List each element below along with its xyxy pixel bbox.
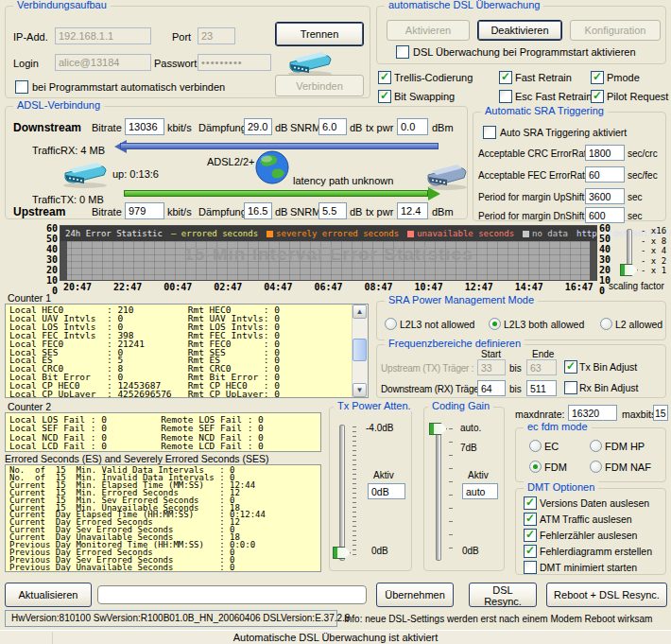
y-tick: 20	[46, 265, 58, 275]
coding-gain-slider-track[interactable]	[436, 425, 441, 561]
crc-rate-unit: sec/crc	[628, 148, 658, 159]
ec-radio[interactable]	[529, 440, 542, 452]
upshift-field[interactable]	[585, 188, 625, 204]
coding-gain-slider-thumb[interactable]	[429, 423, 447, 435]
startup-monitoring-label: DSL Überwachung bei Programmstart aktivi…	[413, 46, 636, 58]
trellis-label: Trellis-Codierung	[394, 72, 473, 83]
y-axis-left: 60 50 40 30 20 10 0	[38, 223, 58, 282]
scrollbar-thumb[interactable]	[353, 339, 367, 361]
fast-retrain-checkbox[interactable]	[499, 71, 512, 84]
y-tick: 10	[46, 275, 58, 286]
us-att-unit: dB	[275, 206, 287, 218]
x-tick: 22:47	[113, 282, 142, 292]
password-field[interactable]	[198, 54, 271, 71]
downstream-traeger-label: Downstream (RX) Träger :	[381, 384, 487, 394]
severe-swatch	[267, 231, 273, 237]
upstream-start-field[interactable]	[477, 359, 506, 375]
auto-sra-checkbox[interactable]	[483, 126, 496, 139]
dnshift-field[interactable]	[585, 207, 625, 223]
frequency-group: Frequenzbereiche definieren Start Ende U…	[376, 344, 666, 398]
fehlerzaehler-checkbox[interactable]	[524, 529, 537, 542]
crc-rate-field[interactable]	[585, 145, 625, 161]
atm-traffic-checkbox[interactable]	[524, 513, 537, 526]
rx-bin-adjust-checkbox[interactable]	[564, 381, 577, 394]
scale-label: - x 8	[641, 236, 666, 246]
pmode-checkbox[interactable]	[591, 71, 604, 84]
dsl-resync-button[interactable]: DSL Resync.	[469, 583, 537, 607]
fehlerdiagramm-checkbox[interactable]	[524, 545, 537, 558]
scroll-up-button[interactable]: ▲	[353, 305, 367, 319]
es-ses-label: Errored Seconds (ES) and Severely Errore…	[5, 453, 269, 464]
us-bitrate-field[interactable]	[125, 202, 164, 219]
scroll-down-button[interactable]: ▼	[353, 383, 367, 397]
apply-button[interactable]: Übernehmen	[376, 583, 454, 607]
ds-att-field[interactable]	[244, 118, 272, 135]
bit-swapping-label: Bit Swapping	[394, 91, 455, 102]
status-bar: Automatische DSL Überwachung ist aktivie…	[0, 630, 671, 644]
tx-atten-aktiv-field[interactable]	[368, 483, 405, 499]
l2-allowed-radio[interactable]	[600, 318, 612, 330]
login-label: Login	[13, 58, 39, 69]
fdm-radio[interactable]	[529, 461, 542, 473]
counter1-scrollbar[interactable]: ▲ ▼	[352, 305, 368, 397]
tx-atten-slider-track[interactable]	[339, 425, 345, 561]
l2l3-both-allowed-radio[interactable]	[489, 318, 501, 330]
ip-address-field[interactable]	[55, 27, 151, 44]
refresh-button[interactable]: Aktualisieren	[5, 583, 92, 607]
fdm-hp-label: FDM HP	[605, 441, 645, 452]
versions-checkbox[interactable]	[524, 496, 537, 510]
maxbits-field[interactable]	[653, 405, 668, 421]
us-att-field[interactable]	[244, 202, 272, 219]
scale-label: - x 1	[641, 266, 666, 275]
reboot-resync-button[interactable]: Reboot + DSL Resync.	[546, 583, 667, 607]
fdm-hp-radio[interactable]	[590, 440, 602, 452]
bis-label-up: bis	[509, 363, 522, 374]
minimiert-checkbox[interactable]	[524, 561, 537, 574]
upstream-arrow-head	[428, 187, 447, 200]
l2l3-not-allowed-radio[interactable]	[385, 318, 397, 330]
us-snrm-field[interactable]	[318, 202, 347, 219]
fec-rate-field[interactable]	[585, 166, 625, 183]
downstream-label: Downstream	[13, 121, 81, 134]
deactivate-button[interactable]: Deaktivieren	[477, 20, 562, 41]
trellis-checkbox[interactable]	[378, 71, 391, 84]
reboot-info-text: Info: neue DSL-Settings werden erst nach…	[344, 614, 652, 624]
startup-monitoring-checkbox[interactable]	[396, 45, 409, 59]
ds-snrm-field[interactable]	[318, 118, 347, 135]
ds-txpwr-label: tx pwr	[366, 122, 393, 133]
downstream-start-field[interactable]	[477, 380, 506, 396]
y-tick: 60	[46, 223, 58, 234]
downstream-end-field[interactable]	[526, 380, 557, 396]
frequency-group-title: Frequenzbereiche definieren	[385, 338, 525, 349]
esc-fast-retrain-checkbox[interactable]	[499, 90, 512, 103]
legend-errored: — errored seconds	[171, 229, 258, 238]
us-txpwr-field[interactable]	[397, 202, 428, 219]
upstream-label: Upstream	[13, 205, 65, 218]
adsl-group-title: ADSL-Verbindung	[13, 99, 104, 111]
maxdnrate-field[interactable]	[568, 405, 617, 421]
connect-button[interactable]: Verbinden	[275, 75, 364, 96]
disconnect-button[interactable]: Trennen	[275, 22, 364, 46]
autoconnect-checkbox[interactable]	[15, 80, 28, 94]
command-field[interactable]	[97, 585, 367, 604]
coding-gain-aktiv-field[interactable]	[462, 483, 498, 499]
scaling-slider-thumb[interactable]	[620, 264, 638, 276]
counter1-box: Local HEC0 : 210 Rmt HEC0 : 0 Local UAV …	[5, 304, 369, 398]
status-text: Automatische DSL Überwachung ist aktivie…	[233, 632, 439, 643]
port-field[interactable]	[198, 27, 235, 44]
ds-bitrate-field[interactable]	[125, 118, 164, 135]
upstream-end-field[interactable]	[526, 359, 557, 375]
adsl-group: ADSL-Verbindung Downstream Bitrate kbit/…	[5, 106, 468, 219]
login-field[interactable]	[55, 54, 151, 71]
configuration-button[interactable]: Konfiguration	[570, 20, 661, 41]
tx-atten-slider-thumb[interactable]	[333, 547, 351, 559]
y-tick: 50	[46, 234, 58, 244]
activate-button[interactable]: Aktivieren	[387, 20, 470, 41]
fdm-naf-radio[interactable]	[590, 461, 602, 473]
ds-txpwr-field[interactable]	[397, 118, 428, 135]
es-ses-text: No. of 15 Min. Valid Data Intervals : 0 …	[6, 465, 320, 572]
bit-swapping-checkbox[interactable]	[378, 90, 391, 103]
pilot-request-checkbox[interactable]	[591, 90, 604, 103]
us-att-label: Dämpfung	[198, 206, 247, 218]
tx-bin-adjust-checkbox[interactable]	[564, 360, 577, 374]
